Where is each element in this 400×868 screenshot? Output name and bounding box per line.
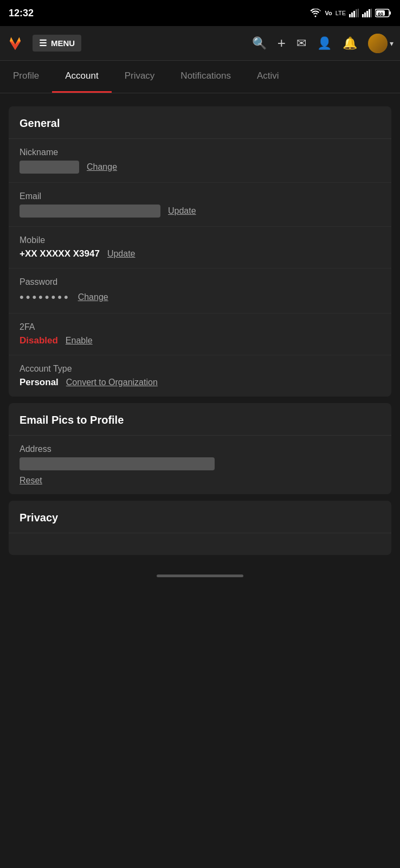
home-indicator (0, 568, 400, 582)
plus-icon[interactable]: + (278, 35, 286, 52)
nickname-label: Nickname (20, 148, 380, 157)
tab-profile[interactable]: Profile (0, 61, 52, 93)
email-value (20, 205, 160, 218)
svg-rect-7 (366, 11, 368, 17)
svg-rect-1 (351, 12, 353, 17)
svg-rect-2 (353, 11, 355, 17)
svg-rect-5 (362, 14, 364, 17)
address-reset-row: Reset (20, 476, 380, 486)
app-logo (7, 35, 24, 52)
password-value-row: •••••••• Change (20, 290, 380, 304)
nickname-value (20, 161, 79, 174)
status-icons: Vo LTE 60 (309, 9, 391, 17)
home-bar (157, 575, 243, 577)
menu-button[interactable]: ☰ MENU (33, 35, 81, 52)
privacy-section: Privacy (9, 501, 391, 555)
svg-rect-3 (356, 9, 357, 17)
status-time: 12:32 (9, 8, 34, 19)
twofa-field: 2FA Disabled Enable (9, 314, 391, 355)
account-type-value-row: Personal Convert to Organization (20, 377, 380, 388)
signal1-icon (349, 9, 359, 17)
signal2-icon (362, 9, 372, 17)
general-section: General Nickname Change Email Update Mob… (9, 106, 391, 397)
account-type-field: Account Type Personal Convert to Organiz… (9, 355, 391, 397)
tabs-container: Profile Account Privacy Notifications Ac… (0, 61, 400, 93)
menu-icon: ☰ (39, 38, 47, 48)
wifi-icon (309, 9, 321, 17)
privacy-header: Privacy (9, 501, 391, 533)
search-icon[interactable]: 🔍 (252, 36, 267, 50)
email-pics-section: Email Pics to Profile Address Reset (9, 403, 391, 494)
address-label: Address (20, 444, 380, 454)
mobile-field: Mobile +XX XXXXX X3947 Update (9, 227, 391, 269)
svg-rect-8 (369, 9, 370, 17)
mobile-update-link[interactable]: Update (107, 249, 136, 259)
svg-rect-6 (364, 12, 366, 17)
email-value-row: Update (20, 205, 380, 218)
nickname-field: Nickname Change (9, 139, 391, 183)
content: General Nickname Change Email Update Mob… (0, 93, 400, 568)
email-pics-header: Email Pics to Profile (9, 403, 391, 436)
password-label: Password (20, 277, 380, 287)
email-label: Email (20, 192, 380, 201)
twofa-status: Disabled (20, 335, 58, 346)
email-field: Email Update (9, 183, 391, 227)
nickname-value-row: Change (20, 161, 380, 174)
svg-rect-9 (371, 9, 372, 17)
mobile-value: +XX XXXXX X3947 (20, 248, 100, 259)
user-icon[interactable]: 👤 (317, 36, 332, 50)
address-reset-link[interactable]: Reset (20, 476, 42, 485)
address-value (20, 457, 215, 470)
svg-rect-0 (349, 14, 351, 17)
top-nav: ☰ MENU 🔍 + ✉ 👤 🔔 ▾ (0, 26, 400, 61)
svg-text:60: 60 (378, 11, 383, 17)
nav-icons: 🔍 + ✉ 👤 🔔 ▾ (252, 34, 393, 53)
avatar-section[interactable]: ▾ (368, 34, 393, 53)
mobile-value-row: +XX XXXXX X3947 Update (20, 248, 380, 259)
general-header: General (9, 106, 391, 139)
mail-icon[interactable]: ✉ (296, 36, 306, 50)
status-bar: 12:32 Vo LTE 60 (0, 0, 400, 26)
nickname-change-link[interactable]: Change (87, 162, 117, 172)
password-field: Password •••••••• Change (9, 269, 391, 314)
account-type-label: Account Type (20, 364, 380, 374)
tab-account[interactable]: Account (52, 61, 111, 93)
twofa-value-row: Disabled Enable (20, 335, 380, 346)
twofa-label: 2FA (20, 322, 380, 332)
bell-icon[interactable]: 🔔 (343, 36, 357, 50)
svg-rect-4 (358, 9, 359, 17)
convert-to-org-link[interactable]: Convert to Organization (66, 378, 158, 387)
menu-label: MENU (51, 39, 75, 48)
lted-indicator: LTE (336, 10, 346, 16)
account-type-value: Personal (20, 377, 59, 388)
password-change-link[interactable]: Change (78, 292, 108, 302)
address-value-container (20, 457, 380, 470)
tab-notifications[interactable]: Notifications (167, 61, 244, 93)
password-value: •••••••• (20, 290, 70, 304)
email-update-link[interactable]: Update (168, 206, 196, 216)
twofa-enable-link[interactable]: Enable (66, 336, 93, 346)
tab-privacy[interactable]: Privacy (112, 61, 168, 93)
mobile-label: Mobile (20, 235, 380, 245)
avatar-chevron-icon: ▾ (390, 39, 393, 48)
battery-icon: 60 (375, 9, 391, 17)
svg-rect-11 (390, 11, 391, 15)
address-field: Address Reset (9, 436, 391, 494)
vo-indicator: Vo (325, 10, 332, 16)
avatar[interactable] (368, 34, 388, 53)
tab-activity[interactable]: Activi (244, 61, 292, 93)
